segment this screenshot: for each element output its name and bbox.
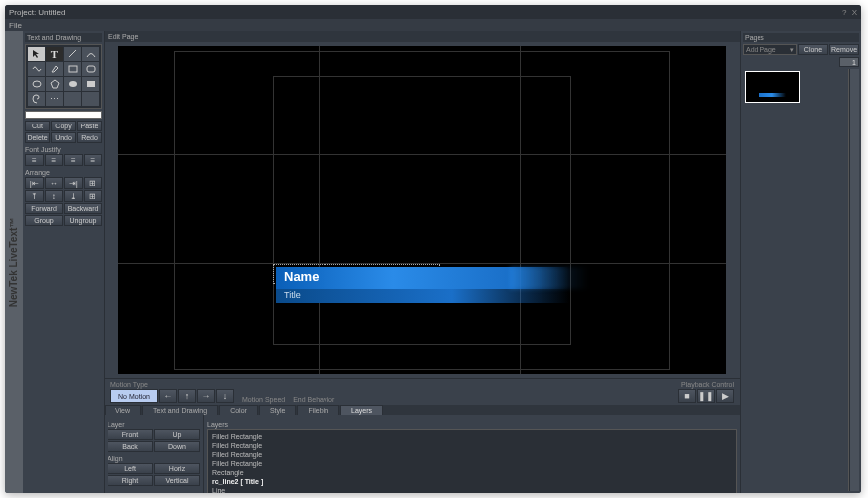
text-tool[interactable]: T xyxy=(46,47,63,61)
undo-button[interactable]: Undo xyxy=(51,132,76,143)
layer-item[interactable]: rc_line2 [ Title ] xyxy=(210,477,734,486)
svg-line-0 xyxy=(69,50,76,57)
layer-title: Layer xyxy=(108,421,200,428)
pen-tool[interactable] xyxy=(46,62,63,76)
layer-item[interactable]: Filled Rectangle xyxy=(210,459,734,468)
center-area: Edit Page Name Title xyxy=(105,31,740,493)
layer-list[interactable]: Filled Rectangle Filled Rectangle Filled… xyxy=(207,429,737,493)
color-bar[interactable] xyxy=(25,111,102,119)
tab-layers[interactable]: Layers xyxy=(340,405,383,415)
tab-view[interactable]: View xyxy=(105,405,141,415)
page-number[interactable]: 1 xyxy=(839,57,859,67)
more-tool[interactable]: ⋯ xyxy=(46,92,63,106)
play-icon[interactable]: ▶ xyxy=(716,389,734,403)
arrow-up-icon[interactable]: ↑ xyxy=(178,389,196,403)
scrollbar[interactable] xyxy=(849,69,859,491)
playback-label: Playback Control xyxy=(681,381,734,388)
left-panel-title: Text and Drawing xyxy=(25,33,102,42)
arrange-icon-8[interactable]: ⊞ xyxy=(84,190,103,202)
align-center-icon[interactable]: ≡ xyxy=(45,154,64,166)
ungroup-button[interactable]: Ungroup xyxy=(64,215,102,226)
arrow-left-icon[interactable]: ← xyxy=(159,389,177,403)
tab-strip: View Text and Drawing Color Style Filebi… xyxy=(105,405,740,415)
clone-button[interactable]: Clone xyxy=(798,44,828,55)
arrange-icon-2[interactable]: ↔ xyxy=(45,177,64,189)
layer-item[interactable]: Line xyxy=(210,486,734,493)
blank-tool-2[interactable] xyxy=(82,92,99,106)
lt-name[interactable]: Name xyxy=(284,269,319,284)
curve-tool[interactable] xyxy=(28,62,45,76)
end-behavior-label: End Behavior xyxy=(293,396,334,403)
menu-bar: File xyxy=(5,19,861,31)
lt-title[interactable]: Title xyxy=(284,290,301,300)
center-title: Edit Page xyxy=(105,31,740,42)
stop-icon[interactable]: ■ xyxy=(678,389,696,403)
tab-filebin[interactable]: Filebin xyxy=(297,405,339,415)
arrange-icon-3[interactable]: ⇥| xyxy=(64,177,83,189)
filled-rect-tool[interactable] xyxy=(82,77,99,91)
down-button[interactable]: Down xyxy=(154,441,200,452)
vertical-button[interactable]: Vertical xyxy=(154,475,200,486)
poly-tool[interactable] xyxy=(46,77,63,91)
backward-button[interactable]: Backward xyxy=(64,203,102,214)
tab-color[interactable]: Color xyxy=(219,405,258,415)
back-button[interactable]: Back xyxy=(108,441,153,452)
help-icon[interactable]: ? xyxy=(842,8,846,17)
spiral-tool[interactable] xyxy=(28,92,45,106)
no-motion-button[interactable]: No Motion xyxy=(110,389,158,403)
tab-text-drawing[interactable]: Text and Drawing xyxy=(142,405,218,415)
arrange-icon-6[interactable]: ↕ xyxy=(45,190,64,202)
right-button[interactable]: Right xyxy=(108,475,153,486)
canvas[interactable]: Name Title xyxy=(118,46,726,374)
menu-file[interactable]: File xyxy=(9,21,22,30)
tab-style[interactable]: Style xyxy=(259,405,297,415)
up-button[interactable]: Up xyxy=(154,429,200,440)
brand-sidebar: NewTek LiveText™ xyxy=(5,31,23,493)
filled-ellipse-tool[interactable] xyxy=(64,77,81,91)
bottom-panel: Layer Front Up Back Down Align Left Hori… xyxy=(105,415,740,493)
motion-speed-label: Motion Speed xyxy=(242,396,285,403)
arrange-icon-1[interactable]: |⇤ xyxy=(25,177,44,189)
horiz-button[interactable]: Horiz xyxy=(154,463,200,474)
arrange-icon-5[interactable]: ⤒ xyxy=(25,190,44,202)
layer-item[interactable]: Filled Rectangle xyxy=(210,432,734,441)
layer-item[interactable]: Filled Rectangle xyxy=(210,450,734,459)
add-page-dropdown[interactable]: Add Page▾ xyxy=(743,44,797,55)
svg-point-5 xyxy=(69,81,77,87)
arc-tool[interactable] xyxy=(82,47,99,61)
arrange-icon-7[interactable]: ⤓ xyxy=(64,190,83,202)
roundrect-tool[interactable] xyxy=(82,62,99,76)
ellipse-tool[interactable] xyxy=(28,77,45,91)
svg-rect-6 xyxy=(87,81,95,87)
forward-button[interactable]: Forward xyxy=(25,203,63,214)
page-thumb-1[interactable] xyxy=(745,71,800,103)
paste-button[interactable]: Paste xyxy=(77,121,102,131)
align-justify-icon[interactable]: ≡ xyxy=(84,154,103,166)
delete-button[interactable]: Delete xyxy=(25,132,50,143)
lower-third[interactable]: Name Title xyxy=(276,267,569,303)
front-button[interactable]: Front xyxy=(108,429,153,440)
left-button[interactable]: Left xyxy=(108,463,153,474)
arrow-down-icon[interactable]: ↓ xyxy=(216,389,234,403)
layer-item[interactable]: Filled Rectangle xyxy=(210,441,734,450)
left-panel: Text and Drawing T ⋯ C xyxy=(23,31,105,493)
pause-icon[interactable]: ❚❚ xyxy=(697,389,715,403)
motion-bar: Motion Type No Motion ← ↑ → ↓ Motion Spe… xyxy=(105,378,740,405)
copy-button[interactable]: Copy xyxy=(51,121,76,131)
layer-item[interactable]: Rectangle xyxy=(210,468,734,477)
line-tool[interactable] xyxy=(64,47,81,61)
arrow-tool[interactable] xyxy=(28,47,45,61)
redo-button[interactable]: Redo xyxy=(77,132,102,143)
rect-tool[interactable] xyxy=(64,62,81,76)
arrow-right-icon[interactable]: → xyxy=(197,389,215,403)
align-right-icon[interactable]: ≡ xyxy=(64,154,83,166)
brand-text: NewTek LiveText™ xyxy=(9,217,20,307)
close-icon[interactable]: X xyxy=(852,8,857,17)
group-button[interactable]: Group xyxy=(25,215,63,226)
arrange-icon-4[interactable]: ⊞ xyxy=(84,177,103,189)
right-panel: Pages Add Page▾ Clone Remove 1 xyxy=(740,31,861,493)
blank-tool-1[interactable] xyxy=(64,92,81,106)
remove-button[interactable]: Remove xyxy=(829,44,859,55)
align-left-icon[interactable]: ≡ xyxy=(25,154,44,166)
cut-button[interactable]: Cut xyxy=(25,121,50,131)
